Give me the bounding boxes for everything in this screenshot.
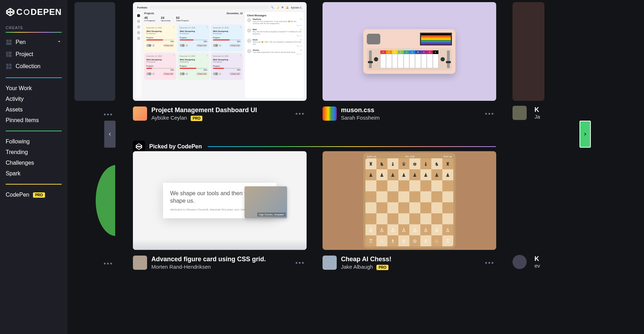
pen-more-menu[interactable] (293, 259, 307, 267)
chess-board: ♜♞♝♛♚♝♞♜♟♟♟♟♟♟♟♟♙♙♙♙♙♙♙♙♖♘♗♕♔♗♘♖ (365, 158, 453, 246)
codepen-pro-label: CodePen (6, 192, 29, 198)
pen-title[interactable]: K (534, 255, 540, 263)
nav-spark[interactable]: Spark (6, 168, 62, 179)
author-avatar[interactable] (133, 106, 147, 121)
dash-messages-label: Client Messages (247, 14, 302, 17)
create-collection[interactable]: Collection (6, 60, 62, 72)
pen-thumbnail[interactable]: CDEFGABCDE (323, 2, 496, 101)
dash-date: December, 12 (227, 12, 243, 15)
nav-assets[interactable]: Assets (6, 104, 62, 115)
create-project[interactable]: Project (6, 48, 62, 60)
svg-rect-13 (9, 67, 12, 69)
figure-caption: Caju Gomes, Unsplash (257, 213, 286, 217)
author-avatar[interactable] (323, 256, 337, 270)
create-pen[interactable]: Pen (6, 36, 62, 48)
muson-knob-icon (441, 57, 445, 61)
nav-following[interactable]: Following (6, 136, 62, 147)
chevron-left-icon (107, 130, 112, 138)
divider (6, 131, 62, 131)
svg-rect-8 (9, 52, 12, 54)
nav-pinned[interactable]: Pinned Items (6, 115, 62, 126)
muson-keys: CDEFGABCDE (380, 50, 438, 68)
pen-card: Portfolio 🔍🌙⚙🔔 Aybüke C. Projects (133, 2, 307, 121)
create-label: CREATE (6, 26, 62, 30)
muson-slider (447, 50, 450, 68)
nav-challenges[interactable]: Challenges (6, 158, 62, 168)
collection-icon (6, 63, 12, 70)
author-avatar[interactable] (513, 106, 527, 120)
pen-card: CDEFGABCDE muson.css Sarah Fossheim (323, 2, 496, 121)
pen-title[interactable]: Cheap AI Chess! (341, 256, 482, 263)
partial-pen-card[interactable] (74, 151, 115, 250)
pen-author[interactable]: ev (534, 263, 540, 269)
svg-rect-9 (9, 55, 12, 57)
svg-rect-5 (9, 40, 12, 42)
carousel-prev-button[interactable] (104, 121, 116, 148)
pen-card: ALPH: ●● AFL: 0.00 PLAY ●● ♜♞♝♛♚♝♞♜♟♟♟♟♟… (323, 151, 496, 270)
project-icon (6, 51, 12, 58)
nav-codepen-pro[interactable]: CodePen PRO (6, 190, 62, 200)
muson-speaker (367, 34, 380, 44)
picked-header: Picked by CodePen (133, 141, 496, 153)
svg-point-3 (24, 10, 29, 15)
muson-slider (369, 50, 372, 68)
codepen-logo-icon (6, 7, 15, 17)
pen-card: We shape our tools and then the tools sh… (133, 151, 307, 270)
create-project-label: Project (16, 51, 33, 58)
dash-portfolio: Portfolio (137, 6, 147, 9)
svg-rect-4 (6, 40, 9, 42)
pen-title[interactable]: K (534, 106, 540, 114)
svg-rect-10 (6, 64, 9, 66)
divider (6, 77, 62, 78)
pro-badge: PRO (376, 265, 388, 270)
divider (6, 184, 62, 185)
pen-thumbnail[interactable]: Portfolio 🔍🌙⚙🔔 Aybüke C. Projects (133, 2, 307, 101)
codepen-logo[interactable]: CDEPEN (6, 7, 62, 17)
pen-author[interactable]: Ja (534, 114, 540, 120)
svg-rect-7 (6, 52, 8, 57)
dash-search (150, 6, 269, 9)
sidebar: CDEPEN CREATE Pen Project Collection You… (0, 0, 67, 334)
author-avatar[interactable] (513, 255, 527, 269)
svg-marker-14 (136, 144, 142, 149)
pen-more-menu[interactable] (482, 110, 496, 117)
gauge-thumbnail (74, 151, 115, 250)
create-pen-label: Pen (16, 39, 26, 45)
pen-thumbnail[interactable]: ALPH: ●● AFL: 0.00 PLAY ●● ♜♞♝♛♚♝♞♜♟♟♟♟♟… (323, 151, 496, 250)
partial-pen-card[interactable] (513, 2, 544, 101)
author-avatar[interactable] (133, 256, 147, 270)
author-avatar[interactable] (323, 106, 337, 121)
picked-underline (208, 146, 496, 147)
create-collection-label: Collection (16, 63, 40, 70)
pen-author[interactable]: Sarah Fossheim (341, 115, 482, 121)
pen-author[interactable]: Jake Albaugh PRO (341, 264, 482, 270)
dash-projects-label: Projects (144, 12, 154, 15)
pen-title[interactable]: Advanced figure card using CSS grid. (151, 256, 293, 263)
partial-pen-card[interactable] (74, 2, 115, 101)
pro-badge: PRO (191, 116, 203, 121)
pen-more-menu[interactable] (482, 259, 496, 267)
pen-author[interactable]: Morten Rand-Hendriksen (151, 264, 293, 270)
pen-thumbnail[interactable]: We shape our tools and then the tools sh… (133, 151, 307, 250)
pen-more-menu[interactable] (101, 111, 115, 118)
muson-knob-icon (374, 57, 378, 61)
create-underline (6, 32, 62, 33)
muson-rainbow (420, 33, 452, 45)
pen-more-menu[interactable] (293, 110, 307, 117)
dash-user: Aybüke C. (291, 6, 302, 9)
carousel-next-button[interactable] (579, 121, 591, 148)
pen-author[interactable]: Aybüke Ceylan PRO (151, 115, 293, 121)
pen-title[interactable]: muson.css (341, 106, 482, 114)
pro-badge: PRO (33, 192, 45, 198)
pen-title[interactable]: Project Management Dashboard UI (151, 106, 293, 114)
picked-badge-icon (133, 141, 145, 153)
chevron-right-icon (583, 130, 588, 138)
nav-activity[interactable]: Activity (6, 94, 62, 104)
nav-trending[interactable]: Trending (6, 147, 62, 158)
nav-your-work[interactable]: Your Work (6, 83, 62, 94)
pen-icon (6, 39, 12, 45)
picked-label: Picked by CodePen (149, 143, 202, 150)
svg-rect-12 (6, 67, 9, 69)
logo-o-icon (23, 9, 30, 15)
pen-more-menu[interactable] (101, 260, 115, 267)
